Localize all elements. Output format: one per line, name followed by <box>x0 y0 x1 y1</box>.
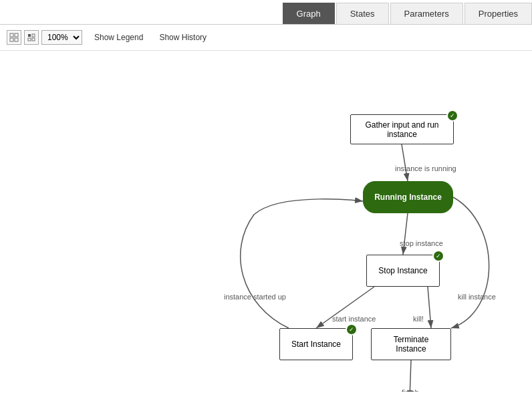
node-start-check: ✓ <box>346 323 358 336</box>
zoom-controls: 100% 75% 50% 150% <box>7 30 82 45</box>
toolbar: 100% 75% 50% 150% Show Legend Show Histo… <box>0 25 532 51</box>
svg-rect-3 <box>15 38 18 41</box>
svg-line-13 <box>410 360 411 392</box>
tab-states[interactable]: States <box>336 3 389 24</box>
tab-parameters[interactable]: Parameters <box>390 3 463 24</box>
node-terminate[interactable]: Terminate Instance <box>371 328 451 360</box>
show-history-button[interactable]: Show History <box>155 31 211 43</box>
edge-label-kill-instance: kill instance <box>458 293 496 301</box>
node-stop-label: Stop Instance <box>378 266 427 275</box>
node-stop-check: ✓ <box>432 250 444 262</box>
fit-page-icon[interactable] <box>7 30 21 45</box>
node-gather[interactable]: Gather input and run instance ✓ <box>350 114 454 144</box>
tab-graph[interactable]: Graph <box>283 3 335 24</box>
node-running[interactable]: Running Instance <box>363 181 453 213</box>
arrows-svg <box>0 51 532 392</box>
edge-label-instance-started: instance started up <box>224 293 286 301</box>
tabs-bar: Graph States Parameters Properties <box>0 0 532 25</box>
edge-label-start-instance: start instance <box>332 315 376 323</box>
tab-properties[interactable]: Properties <box>464 3 532 24</box>
svg-line-12 <box>428 287 431 328</box>
svg-rect-0 <box>10 33 13 37</box>
node-gather-check: ✓ <box>446 110 458 122</box>
svg-rect-1 <box>15 33 18 37</box>
edge-label-finish: finish <box>402 388 419 392</box>
svg-rect-7 <box>32 38 35 41</box>
fit-selection-icon[interactable] <box>24 30 39 45</box>
node-terminate-label: Terminate Instance <box>378 335 444 354</box>
svg-line-10 <box>403 213 408 255</box>
node-start[interactable]: Start Instance ✓ <box>279 328 353 360</box>
node-running-label: Running Instance <box>374 192 442 202</box>
show-legend-button[interactable]: Show Legend <box>90 31 147 43</box>
svg-rect-4 <box>28 34 31 37</box>
svg-rect-5 <box>32 34 35 37</box>
node-start-label: Start Instance <box>291 340 341 349</box>
svg-line-9 <box>402 144 408 181</box>
node-gather-label: Gather input and run instance <box>358 120 446 139</box>
edge-label-stop-instance: stop instance <box>400 239 443 247</box>
graph-canvas: Gather input and run instance ✓ Running … <box>0 51 532 392</box>
edge-label-kill: kill! <box>413 315 424 323</box>
node-stop[interactable]: Stop Instance ✓ <box>366 255 440 287</box>
svg-rect-6 <box>28 38 31 41</box>
svg-rect-2 <box>10 38 13 41</box>
zoom-select[interactable]: 100% 75% 50% 150% <box>41 30 82 45</box>
edge-label-instance-running: instance is running <box>395 164 456 172</box>
